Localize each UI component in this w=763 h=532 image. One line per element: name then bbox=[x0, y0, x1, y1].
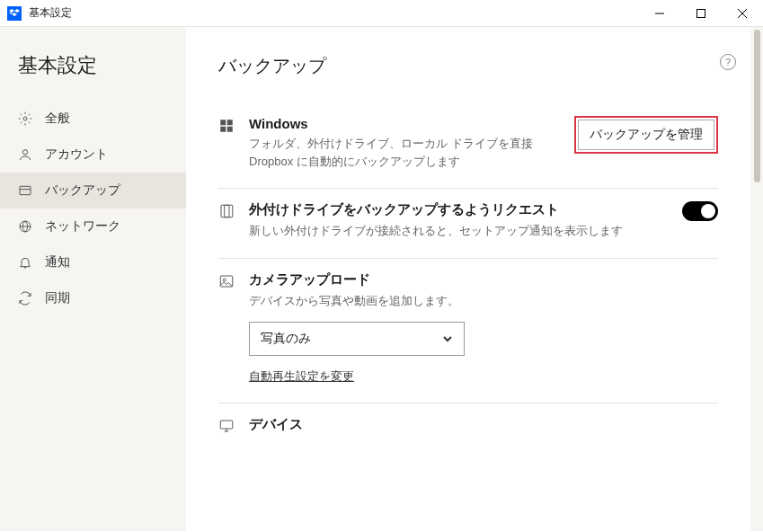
external-drive-icon bbox=[218, 203, 235, 219]
windows-icon bbox=[218, 118, 235, 134]
camera-upload-select[interactable]: 写真のみ bbox=[249, 322, 465, 356]
help-icon[interactable]: ? bbox=[720, 54, 736, 70]
scrollbar-track[interactable] bbox=[750, 27, 763, 531]
monitor-icon bbox=[218, 418, 235, 434]
titlebar: 基本設定 bbox=[0, 0, 763, 27]
sidebar-item-network[interactable]: ネットワーク bbox=[0, 208, 186, 244]
setting-windows-backup: Windows フォルダ、外付けドライブ、ローカル ドライブを直接 Dropbo… bbox=[218, 103, 718, 189]
svg-rect-12 bbox=[221, 205, 229, 217]
sidebar-item-notifications[interactable]: 通知 bbox=[0, 244, 186, 280]
svg-rect-11 bbox=[227, 127, 233, 132]
setting-description: 新しい外付けドライブが接続されると、セットアップ通知を表示します bbox=[249, 222, 668, 240]
close-button[interactable] bbox=[722, 0, 763, 27]
svg-rect-13 bbox=[225, 205, 233, 217]
svg-point-15 bbox=[223, 279, 226, 281]
setting-description: フォルダ、外付けドライブ、ローカル ドライブを直接 Dropbox に自動的にバ… bbox=[249, 135, 560, 170]
backup-icon bbox=[18, 183, 32, 198]
minimize-button[interactable] bbox=[639, 0, 680, 27]
svg-rect-1 bbox=[697, 9, 705, 17]
sidebar-item-label: ネットワーク bbox=[45, 218, 120, 235]
sidebar-item-backup[interactable]: バックアップ bbox=[0, 173, 186, 208]
select-value: 写真のみ bbox=[261, 331, 311, 347]
sidebar-item-label: バックアップ bbox=[45, 182, 120, 199]
autoplay-settings-link[interactable]: 自動再生設定を変更 bbox=[249, 368, 354, 385]
scrollbar-thumb[interactable] bbox=[754, 30, 760, 182]
setting-heading: デバイス bbox=[249, 416, 718, 433]
sidebar: 基本設定 全般 アカウント バックアップ ネットワーク 通知 同期 bbox=[0, 27, 186, 531]
setting-heading: カメラアップロード bbox=[249, 271, 718, 288]
setting-camera-upload: カメラアップロード デバイスから写真や動画を追加します。 写真のみ 自動再生設定… bbox=[218, 259, 718, 404]
page-title: 基本設定 bbox=[0, 52, 186, 101]
user-icon bbox=[18, 147, 32, 162]
setting-external-drive: 外付けドライブをバックアップするようリクエスト 新しい外付けドライブが接続される… bbox=[218, 189, 718, 259]
svg-point-4 bbox=[23, 117, 27, 120]
section-title: バックアップ bbox=[218, 54, 718, 78]
bell-icon bbox=[18, 255, 32, 270]
svg-rect-8 bbox=[220, 120, 226, 125]
image-icon bbox=[218, 273, 235, 289]
sidebar-item-label: 同期 bbox=[45, 290, 70, 306]
gear-icon bbox=[18, 111, 32, 126]
svg-rect-16 bbox=[220, 421, 233, 429]
sidebar-item-label: 全般 bbox=[45, 111, 70, 127]
svg-rect-6 bbox=[20, 186, 31, 194]
sidebar-item-general[interactable]: 全般 bbox=[0, 101, 186, 137]
sidebar-item-sync[interactable]: 同期 bbox=[0, 280, 186, 316]
chevron-down-icon bbox=[442, 333, 453, 344]
content-panel: バックアップ Windows フォルダ、外付けドライブ、ローカル ドライブを直接… bbox=[186, 27, 750, 531]
setting-description: デバイスから写真や動画を追加します。 bbox=[249, 292, 718, 310]
external-drive-toggle[interactable] bbox=[682, 201, 718, 221]
manage-backup-button-highlight: バックアップを管理 bbox=[574, 116, 718, 154]
sync-icon bbox=[18, 291, 32, 306]
svg-rect-10 bbox=[220, 127, 226, 132]
setting-heading: Windows bbox=[249, 116, 560, 131]
sidebar-item-label: アカウント bbox=[45, 146, 108, 163]
sidebar-item-label: 通知 bbox=[45, 254, 70, 270]
svg-point-5 bbox=[22, 150, 27, 155]
globe-icon bbox=[18, 219, 32, 234]
setting-heading: 外付けドライブをバックアップするようリクエスト bbox=[249, 201, 668, 218]
svg-rect-9 bbox=[227, 120, 233, 125]
sidebar-item-account[interactable]: アカウント bbox=[0, 137, 186, 173]
dropbox-icon bbox=[7, 6, 22, 21]
manage-backup-button[interactable]: バックアップを管理 bbox=[578, 120, 714, 150]
maximize-button[interactable] bbox=[680, 0, 722, 27]
setting-device: デバイス bbox=[218, 403, 718, 437]
window-title: 基本設定 bbox=[29, 5, 639, 21]
